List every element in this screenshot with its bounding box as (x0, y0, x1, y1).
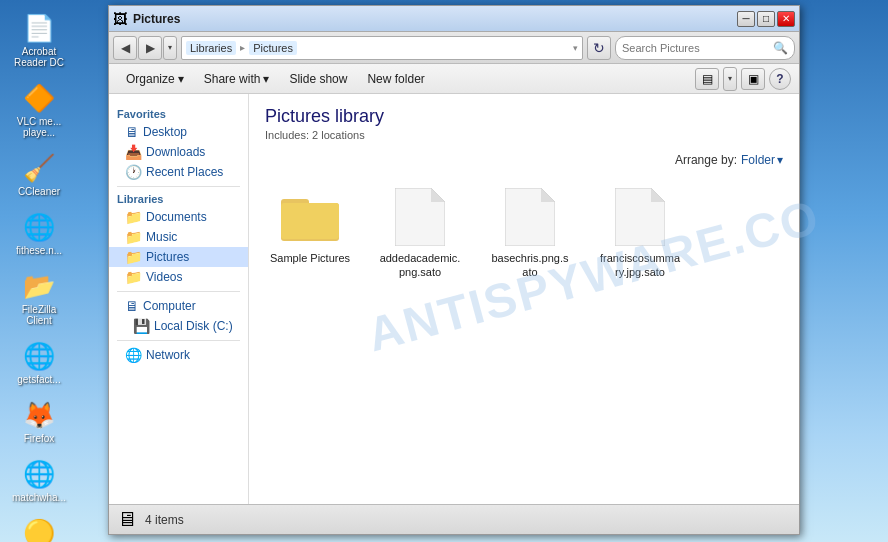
back-button[interactable]: ◀ (113, 36, 137, 60)
sidebar-videos-label: Videos (146, 270, 182, 284)
downloads-icon: 📥 (125, 144, 142, 160)
desktop-icon-label-firefox: Firefox (24, 433, 55, 444)
network-icon: 🌐 (125, 347, 142, 363)
desktop-icon-fithese[interactable]: 🌐 fithese.n... (4, 207, 74, 260)
maximize-button[interactable]: □ (757, 11, 775, 27)
arrange-value: Folder (741, 153, 775, 167)
library-title: Pictures library (265, 106, 783, 127)
sidebar-music-label: Music (146, 230, 177, 244)
desktop-icon-firefox[interactable]: 🦊 Firefox (4, 395, 74, 448)
pictures-folder-icon: 📁 (125, 249, 142, 265)
document-svg (615, 188, 665, 246)
view-button-list[interactable]: ▤ (695, 68, 719, 90)
library-subtitle: Includes: 2 locations (265, 129, 783, 141)
share-dropdown-icon: ▾ (263, 72, 269, 86)
desktop-icon-vlc[interactable]: 🔶 VLC me...playe... (4, 78, 74, 142)
sidebar-item-recent[interactable]: 🕐 Recent Places (109, 162, 248, 182)
view-dropdown[interactable]: ▾ (723, 67, 737, 91)
address-crumb-folder[interactable]: Libraries (186, 41, 236, 55)
svg-rect-2 (281, 203, 339, 239)
nav-bar: ◀ ▶ ▾ Libraries ▸ Pictures ▾ ↻ 🔍 (109, 32, 799, 64)
document-svg (505, 188, 555, 246)
sidebar-desktop-label: Desktop (143, 125, 187, 139)
document-icon (390, 187, 450, 247)
file-item[interactable]: basechris.png.sato (485, 183, 575, 284)
desktop-icon-chrome[interactable]: 🟡 GoogleChrome (4, 513, 74, 542)
desktop-icon-matchwha[interactable]: 🌐 matchwha... (4, 454, 74, 507)
toolbar-right: ▤ ▾ ▣ ? (695, 67, 791, 91)
sidebar-item-computer[interactable]: 🖥 Computer (109, 296, 248, 316)
desktop-icon-filezilla[interactable]: 📂 FileZilla Client (4, 266, 74, 330)
sidebar: Favorites 🖥 Desktop 📥 Downloads 🕐 Recent… (109, 94, 249, 504)
folder-svg (281, 191, 339, 243)
svg-marker-4 (431, 188, 445, 202)
search-box[interactable]: 🔍 (615, 36, 795, 60)
sidebar-downloads-label: Downloads (146, 145, 205, 159)
sidebar-separator-1 (117, 186, 240, 187)
includes-label: Includes: (265, 129, 309, 141)
new-folder-button[interactable]: New folder (358, 68, 433, 90)
desktop-icon-getsfact[interactable]: 🌐 getsfact... (4, 336, 74, 389)
desktop-icon-img-chrome: 🟡 (23, 517, 55, 542)
view-button-details[interactable]: ▣ (741, 68, 765, 90)
forward-button[interactable]: ▶ (138, 36, 162, 60)
folder-icon (280, 187, 340, 247)
desktop-icon-label-fithese: fithese.n... (16, 245, 62, 256)
sidebar-documents-label: Documents (146, 210, 207, 224)
file-name: basechris.png.sato (489, 251, 571, 280)
files-grid: Sample Pictures addedacademic.png.sato (265, 175, 783, 292)
sidebar-pictures-label: Pictures (146, 250, 189, 264)
sidebar-localdisk-label: Local Disk (C:) (154, 319, 233, 333)
sidebar-computer-label: Computer (143, 299, 196, 313)
desktop-icon-label-matchwha: matchwha... (12, 492, 66, 503)
slideshow-button[interactable]: Slide show (280, 68, 356, 90)
file-item[interactable]: addedacademic.png.sato (375, 183, 465, 284)
desktop-icon-label-vlc: VLC me...playe... (17, 116, 61, 138)
desktop-icon-acrobat[interactable]: 📄 AcrobatReader DC (4, 8, 74, 72)
sidebar-item-videos[interactable]: 📁 Videos (109, 267, 248, 287)
file-item[interactable]: franciscosummary.jpg.sato (595, 183, 685, 284)
minimize-button[interactable]: ─ (737, 11, 755, 27)
status-icon: 🖥 (117, 508, 137, 531)
documents-folder-icon: 📁 (125, 209, 142, 225)
explorer-window: 🖼 Pictures ─ □ ✕ ◀ ▶ ▾ Libraries ▸ Pictu… (108, 5, 800, 535)
sidebar-item-music[interactable]: 📁 Music (109, 227, 248, 247)
arrange-dropdown[interactable]: Folder ▾ (741, 153, 783, 167)
window-title: Pictures (133, 12, 737, 26)
share-label: Share with (204, 72, 261, 86)
search-icon[interactable]: 🔍 (773, 41, 788, 55)
address-crumb-pictures[interactable]: Pictures (249, 41, 297, 55)
search-input[interactable] (622, 42, 769, 54)
nav-dropdown[interactable]: ▾ (163, 36, 177, 60)
window-icon: 🖼 (113, 11, 129, 27)
desktop-icon-img-vlc: 🔶 (23, 82, 55, 114)
sidebar-item-localdisk[interactable]: 💾 Local Disk (C:) (109, 316, 248, 336)
help-button[interactable]: ? (769, 68, 791, 90)
main-area: Favorites 🖥 Desktop 📥 Downloads 🕐 Recent… (109, 94, 799, 504)
slideshow-label: Slide show (289, 72, 347, 86)
videos-folder-icon: 📁 (125, 269, 142, 285)
desktop-icon: 🖥 (125, 124, 139, 140)
close-button[interactable]: ✕ (777, 11, 795, 27)
desktop-icon-label-ccleaner: CCleaner (18, 186, 60, 197)
sidebar-item-network[interactable]: 🌐 Network (109, 345, 248, 365)
sidebar-item-desktop[interactable]: 🖥 Desktop (109, 122, 248, 142)
address-dropdown-arrow[interactable]: ▾ (573, 43, 578, 53)
includes-value: 2 locations (312, 129, 365, 141)
file-item[interactable]: Sample Pictures (265, 183, 355, 284)
desktop-icons: 📄 AcrobatReader DC 🔶 VLC me...playe... 🧹… (0, 0, 100, 542)
document-svg (395, 188, 445, 246)
desktop-icon-ccleaner[interactable]: 🧹 CCleaner (4, 148, 74, 201)
organize-button[interactable]: Organize ▾ (117, 68, 193, 90)
sidebar-item-documents[interactable]: 📁 Documents (109, 207, 248, 227)
file-name: Sample Pictures (270, 251, 350, 265)
organize-label: Organize (126, 72, 175, 86)
sidebar-recent-label: Recent Places (146, 165, 223, 179)
sidebar-item-downloads[interactable]: 📥 Downloads (109, 142, 248, 162)
refresh-button[interactable]: ↻ (587, 36, 611, 60)
share-button[interactable]: Share with ▾ (195, 68, 279, 90)
arrange-label: Arrange by: (675, 153, 737, 167)
computer-icon: 🖥 (125, 298, 139, 314)
title-bar: 🖼 Pictures ─ □ ✕ (109, 6, 799, 32)
sidebar-item-pictures[interactable]: 📁 Pictures (109, 247, 248, 267)
